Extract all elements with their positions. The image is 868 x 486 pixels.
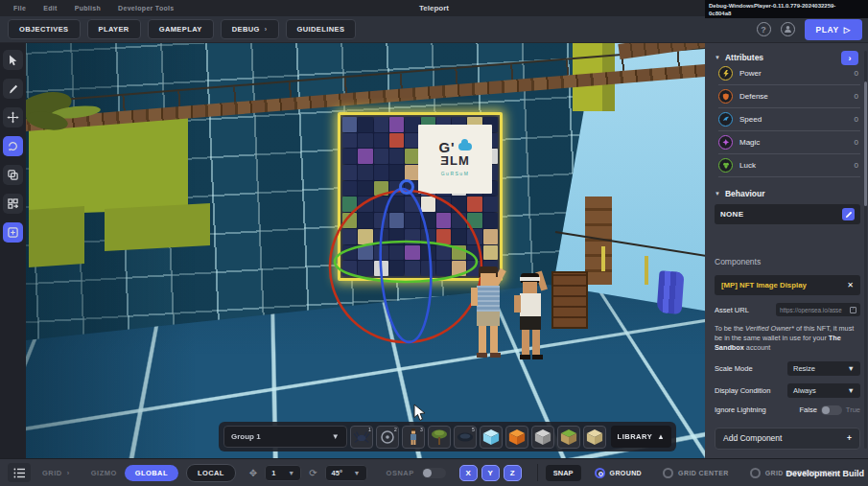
radio-icon [750, 468, 761, 478]
rotate-tool-button[interactable] [3, 136, 23, 156]
collapse-triangle-icon: ▼ [715, 191, 720, 197]
close-icon[interactable]: ✕ [847, 281, 854, 289]
axis-y-button[interactable]: Y [481, 465, 500, 481]
toolbar-button-objectives[interactable]: OBJECTIVES [8, 19, 81, 39]
axis-x-button[interactable]: X [459, 465, 478, 481]
mosaic-cell [389, 133, 404, 149]
display-condition-dropdown[interactable]: Always ▼ [787, 383, 860, 398]
edit-behaviour-button[interactable] [842, 208, 855, 220]
attributes-header[interactable]: ▼ Attributes [715, 53, 860, 62]
asset-thumbnail-grass-cube[interactable] [557, 426, 580, 449]
chevron-down-icon: ▼ [288, 470, 294, 476]
power-icon [718, 66, 733, 81]
select-tool-button[interactable] [3, 50, 23, 70]
attribute-row-speed: Speed0 [718, 108, 860, 131]
add-component-button[interactable]: Add Component + [715, 428, 860, 450]
duplicate-icon [7, 169, 19, 181]
move-step-icon: ✥ [249, 468, 257, 478]
axis-z-button[interactable]: Z [504, 465, 522, 481]
rotate-step-select[interactable]: 45°▼ [325, 465, 367, 481]
component-header-row[interactable]: [MP] NFT Image Display ✕ [715, 275, 860, 295]
library-button[interactable]: LIBRARY ▲ [611, 426, 671, 448]
toolbar-button-player[interactable]: PLAYER [87, 19, 141, 39]
play-button[interactable]: PLAY ▷ [805, 19, 862, 40]
group-select[interactable]: Group 1 ▼ [223, 426, 347, 448]
magic-icon [718, 135, 733, 150]
panel-scrollbar-thumb[interactable] [864, 81, 867, 206]
attributes-list: Power0Defense0Speed0Magic0Luck0 [715, 62, 860, 177]
green-terrain-left2 [105, 203, 210, 251]
chevron-down-icon: ▼ [354, 470, 361, 476]
rotate-step-icon: ⟳ [309, 468, 317, 478]
asset-thumbnail-spider[interactable]: 1 [350, 426, 373, 449]
toolbar-button-label: PLAYER [99, 25, 129, 34]
local-mode-button[interactable]: LOCAL [186, 464, 236, 482]
attribute-value: 0 [855, 115, 860, 124]
toolbar-button-gameplay[interactable]: GAMEPLAY [148, 19, 214, 39]
attribute-label: Power [739, 69, 848, 78]
attribute-row-defense: Defense0 [718, 85, 860, 108]
move-step-select[interactable]: 1▼ [265, 465, 301, 481]
attribute-row-magic: Magic0 [718, 131, 860, 154]
behaviour-header[interactable]: ▼ Behaviour [715, 189, 860, 198]
attributes-expand-button[interactable]: › [841, 51, 858, 65]
profile-icon[interactable] [781, 22, 795, 36]
snap-option-grid-center[interactable]: GRID CENTER [663, 468, 729, 478]
cloud-icon [458, 143, 472, 150]
asset-thumbnail-lava-cube[interactable] [505, 426, 528, 449]
instances-tool-button[interactable] [3, 194, 23, 214]
paint-icon [7, 82, 19, 95]
toolbar-right: ? PLAY ▷ [757, 19, 862, 40]
toolbar-buttons: OBJECTIVESPLAYERGAMEPLAYDEBUG›GUIDELINES [0, 19, 356, 39]
behaviour-section: ▼ Behaviour NONE [715, 189, 860, 224]
app-window: FileEditPublishDeveloper Tools Teleport … [0, 0, 868, 486]
toolbar-button-debug[interactable]: DEBUG› [221, 19, 279, 39]
asset-url-input[interactable]: https://opensea.io/asse [776, 303, 860, 316]
duplicate-tool-button[interactable] [3, 165, 23, 185]
toolbar-button-guidelines[interactable]: GUIDELINES [286, 19, 357, 39]
osnap-toggle[interactable] [422, 468, 446, 478]
asset-thumbnail-spawn-point[interactable]: 2 [376, 426, 399, 449]
attribute-label: Luck [739, 161, 848, 170]
build-id-line2: 0c804a8 [709, 10, 864, 17]
asset-thumbnail-npc-character[interactable]: 3 [402, 426, 425, 449]
behaviour-value: NONE [720, 210, 743, 219]
asset-thumbnail-stone-cube[interactable] [531, 426, 554, 449]
mosaic-cell [358, 149, 372, 164]
play-icon: ▷ [844, 25, 851, 35]
ignore-lightning-toggle[interactable] [821, 405, 842, 415]
asset-count-badge: 2 [394, 427, 397, 432]
asset-thumbnail-ice-cube[interactable] [480, 426, 503, 449]
gizmo-label: GIZMO [91, 469, 117, 477]
snap-option-ground[interactable]: GROUND [595, 468, 643, 478]
grid-menu[interactable]: GRID › [42, 469, 70, 477]
ignore-lightning-row: Ignore Lightning False True [715, 405, 860, 415]
radio-icon [595, 468, 605, 478]
outline-list-button[interactable] [8, 463, 31, 482]
mosaic-cell [405, 149, 419, 164]
add-asset-tool-button[interactable] [3, 222, 23, 243]
gizmo-z-ring[interactable] [377, 188, 434, 344]
select-icon [7, 54, 19, 66]
external-link-icon[interactable] [850, 307, 856, 313]
attribute-row-luck: Luck0 [718, 154, 860, 177]
component-name: [MP] NFT Image Display [721, 281, 807, 289]
mosaic-cell [358, 133, 372, 149]
wood-board [551, 271, 588, 329]
character-waving[interactable] [466, 266, 514, 364]
asset-thumbnail-rock-basin[interactable]: 5 [454, 426, 477, 449]
defense-icon [718, 89, 733, 104]
move-tool-button[interactable] [3, 107, 23, 127]
asset-thumbnail-tree[interactable] [428, 426, 451, 449]
global-mode-button[interactable]: GLOBAL [125, 465, 178, 481]
paint-tool-button[interactable] [3, 79, 23, 99]
help-icon[interactable]: ? [757, 22, 771, 36]
gizmo-y-ring[interactable] [335, 242, 477, 282]
attribute-label: Defense [739, 92, 848, 101]
mosaic-cell [405, 117, 419, 132]
gizmo-x-ring[interactable] [330, 191, 481, 342]
scale-mode-dropdown[interactable]: Resize ▼ [787, 361, 860, 376]
scene-viewport[interactable]: G' ƎLM GuRSuM [26, 43, 705, 458]
character-standing[interactable] [511, 271, 555, 365]
asset-thumbnail-sand-cube[interactable] [583, 426, 606, 449]
